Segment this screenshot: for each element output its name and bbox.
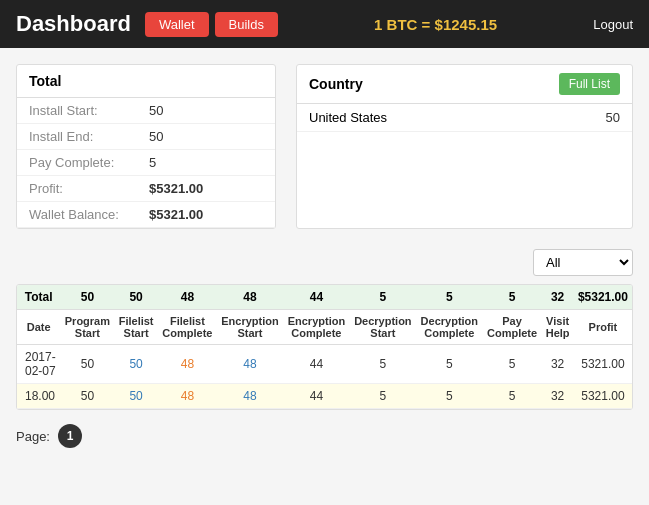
total-row-label: Pay Complete: [17, 150, 137, 176]
summary-cell: 44 [283, 285, 350, 310]
table-cell: 44 [283, 384, 350, 409]
table-header-cell: Date [17, 310, 60, 345]
table-header-cell: Decryption Start [350, 310, 416, 345]
country-section: Country Full List United States50 [296, 64, 633, 229]
builds-button[interactable]: Builds [215, 12, 278, 37]
table-header-cell: Visit Help [541, 310, 573, 345]
summary-cell: 5 [350, 285, 416, 310]
table-header-cell: Encryption Complete [283, 310, 350, 345]
total-row-label: Profit: [17, 176, 137, 202]
summary-cell: 32 [541, 285, 573, 310]
table-header-cell: Decryption Complete [416, 310, 483, 345]
table-cell: 50 [114, 345, 158, 384]
country-table: United States50 [297, 104, 632, 132]
app-title: Dashboard [16, 11, 131, 37]
table-cell: 48 [158, 345, 217, 384]
table-cell: 32 [541, 384, 573, 409]
summary-cell: 50 [114, 285, 158, 310]
table-cell: 48 [158, 384, 217, 409]
table-cell: 5 [350, 345, 416, 384]
pagination: Page: 1 [16, 424, 633, 448]
summary-cell: $5321.00 [574, 285, 632, 310]
table-header-row: DateProgram StartFilelist StartFilelist … [17, 310, 632, 345]
table-cell: 50 [60, 345, 114, 384]
country-row: United States50 [297, 104, 632, 132]
table-header-cell: Filelist Start [114, 310, 158, 345]
total-row: Pay Complete:5 [17, 150, 275, 176]
total-row-value: $5321.00 [137, 176, 275, 202]
data-table: Total505048484455532$5321.00DateProgram … [17, 285, 632, 409]
table-cell: 5 [350, 384, 416, 409]
table-cell: 50 [60, 384, 114, 409]
total-row-label: Install Start: [17, 98, 137, 124]
btc-rate: 1 BTC = $1245.15 [278, 16, 593, 33]
total-section: Total Install Start:50Install End:50Pay … [16, 64, 276, 229]
total-section-title: Total [17, 65, 275, 98]
total-row-value: 5 [137, 150, 275, 176]
total-row: Install Start:50 [17, 98, 275, 124]
table-cell: 48 [217, 384, 283, 409]
table-header-cell: Profit [574, 310, 632, 345]
total-table: Install Start:50Install End:50Pay Comple… [17, 98, 275, 228]
table-cell: 18.00 [17, 384, 60, 409]
summary-cell: 5 [416, 285, 483, 310]
table-cell: 44 [283, 345, 350, 384]
summary-cell: Total [17, 285, 60, 310]
total-row: Wallet Balance:$5321.00 [17, 202, 275, 228]
total-row-value: $5321.00 [137, 202, 275, 228]
country-name: United States [297, 104, 540, 132]
table-cell: 50 [114, 384, 158, 409]
table-header-cell: Program Start [60, 310, 114, 345]
wallet-button[interactable]: Wallet [145, 12, 209, 37]
page-label: Page: [16, 429, 50, 444]
table-cell: 5 [416, 384, 483, 409]
filter-row: All [16, 249, 633, 276]
table-cell: 5321.00 [574, 384, 632, 409]
page-1-button[interactable]: 1 [58, 424, 82, 448]
table-cell: 5321.00 [574, 345, 632, 384]
top-row: Total Install Start:50Install End:50Pay … [16, 64, 633, 229]
full-list-button[interactable]: Full List [559, 73, 620, 95]
table-header-cell: Filelist Complete [158, 310, 217, 345]
table-row: 2017-02-075050484844555325321.00 [17, 345, 632, 384]
table-header-cell: Encryption Start [217, 310, 283, 345]
country-header: Country Full List [297, 65, 632, 104]
summary-cell: 5 [483, 285, 542, 310]
data-table-wrapper: Total505048484455532$5321.00DateProgram … [16, 284, 633, 410]
summary-row: Total505048484455532$5321.00 [17, 285, 632, 310]
table-cell: 32 [541, 345, 573, 384]
total-row-label: Install End: [17, 124, 137, 150]
table-cell: 5 [416, 345, 483, 384]
main-content: Total Install Start:50Install End:50Pay … [0, 48, 649, 464]
table-row: 18.005050484844555325321.00 [17, 384, 632, 409]
country-section-title: Country [309, 76, 363, 92]
header: Dashboard Wallet Builds 1 BTC = $1245.15… [0, 0, 649, 48]
table-cell: 5 [483, 384, 542, 409]
total-row: Install End:50 [17, 124, 275, 150]
total-row: Profit:$5321.00 [17, 176, 275, 202]
summary-cell: 48 [217, 285, 283, 310]
logout-button[interactable]: Logout [593, 17, 633, 32]
summary-cell: 50 [60, 285, 114, 310]
country-count: 50 [540, 104, 632, 132]
filter-select[interactable]: All [533, 249, 633, 276]
table-cell: 2017-02-07 [17, 345, 60, 384]
total-row-value: 50 [137, 124, 275, 150]
total-row-label: Wallet Balance: [17, 202, 137, 228]
table-header-cell: Pay Complete [483, 310, 542, 345]
table-cell: 5 [483, 345, 542, 384]
total-row-value: 50 [137, 98, 275, 124]
table-cell: 48 [217, 345, 283, 384]
summary-cell: 48 [158, 285, 217, 310]
